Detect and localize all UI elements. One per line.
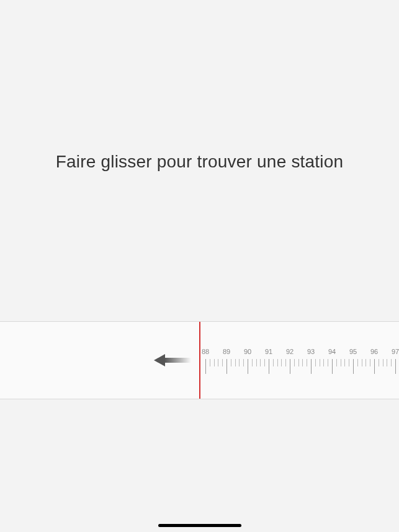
minor-tick	[323, 359, 324, 366]
frequency-label: 91	[265, 348, 272, 355]
frequency-tuner[interactable]: 88899091929394959697	[0, 321, 399, 399]
major-tick	[226, 359, 227, 374]
frequency-label: 93	[307, 348, 315, 355]
major-tick	[353, 359, 354, 374]
frequency-scale[interactable]: 88899091929394959697	[199, 322, 399, 399]
minor-tick	[349, 359, 349, 366]
minor-tick	[370, 359, 370, 366]
minor-tick	[264, 359, 265, 366]
major-tick	[205, 359, 206, 374]
minor-tick	[218, 359, 218, 366]
frequency-label: 97	[392, 348, 399, 355]
minor-tick	[362, 359, 362, 366]
minor-tick	[298, 359, 299, 366]
major-tick	[311, 359, 312, 374]
minor-tick	[328, 359, 328, 366]
minor-tick	[294, 359, 295, 366]
frequency-ticks	[199, 359, 399, 378]
minor-tick	[320, 359, 320, 366]
minor-tick	[239, 359, 240, 366]
minor-tick	[315, 359, 316, 366]
instruction-text: Faire glisser pour trouver une station	[0, 152, 399, 172]
minor-tick	[285, 359, 286, 366]
major-tick	[290, 359, 290, 374]
minor-tick	[243, 359, 244, 366]
frequency-label: 92	[286, 348, 294, 355]
minor-tick	[260, 359, 261, 366]
minor-tick	[357, 359, 358, 366]
minor-tick	[344, 359, 345, 366]
svg-marker-0	[154, 354, 165, 366]
frequency-label: 88	[202, 348, 209, 355]
minor-tick	[231, 359, 231, 366]
minor-tick	[256, 359, 257, 366]
frequency-label: 90	[244, 348, 251, 355]
frequency-label: 94	[328, 348, 336, 355]
minor-tick	[336, 359, 337, 366]
major-tick	[395, 359, 396, 374]
svg-rect-1	[164, 358, 191, 363]
minor-tick	[391, 359, 392, 366]
major-tick	[248, 359, 248, 374]
minor-tick	[235, 359, 236, 366]
frequency-label: 95	[349, 348, 357, 355]
minor-tick	[277, 359, 278, 366]
minor-tick	[387, 359, 387, 366]
major-tick	[374, 359, 375, 374]
minor-tick	[307, 359, 307, 366]
minor-tick	[222, 359, 223, 366]
arrow-left-icon	[154, 353, 191, 368]
minor-tick	[214, 359, 215, 366]
minor-tick	[252, 359, 253, 366]
minor-tick	[379, 359, 379, 366]
major-tick	[269, 359, 269, 374]
major-tick	[332, 359, 333, 374]
minor-tick	[383, 359, 383, 366]
home-indicator	[158, 524, 241, 527]
frequency-label: 89	[223, 348, 230, 355]
tuning-indicator	[199, 322, 200, 399]
minor-tick	[210, 359, 210, 366]
minor-tick	[302, 359, 303, 366]
minor-tick	[281, 359, 282, 366]
minor-tick	[365, 359, 366, 366]
minor-tick	[341, 359, 341, 366]
frequency-label: 96	[370, 348, 378, 355]
minor-tick	[273, 359, 274, 366]
